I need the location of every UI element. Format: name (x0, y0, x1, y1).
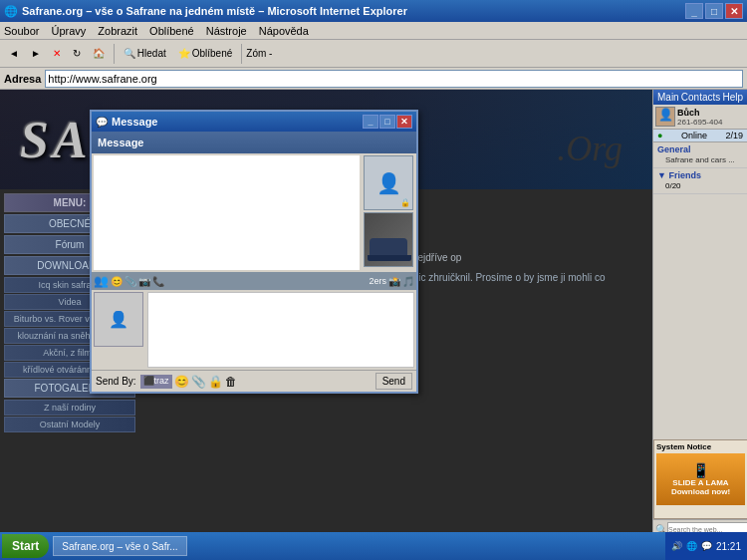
back-button[interactable]: ◄ (4, 45, 24, 62)
system-notice: System Notice 📱 SLIDE A LAMA Download no… (653, 439, 747, 519)
search-label: Hledat (137, 48, 166, 59)
footer-lock-icon[interactable]: 🔒 (208, 375, 223, 389)
forward-icon: ► (31, 48, 41, 59)
msn-contact-1[interactable]: Safrane and cars ... (657, 154, 743, 165)
dialog-title-icon: 💬 (96, 117, 108, 128)
sidebar-item-znasi[interactable]: Z naší rodiny (4, 400, 135, 416)
dialog-maximize-button[interactable]: □ (379, 115, 395, 129)
tray-icon-sound: 🔊 (671, 541, 682, 551)
message-input-area[interactable] (147, 292, 414, 368)
dialog-content: 👤 🔒 (92, 153, 416, 272)
refresh-button[interactable]: ↻ (68, 45, 86, 62)
msn-header: Main Contacts Help (653, 90, 747, 105)
start-button[interactable]: Start (2, 534, 49, 558)
main-area: SAFRANE .Org MENU: OBECNÉ Fórum DOWNLOAD… (0, 90, 747, 538)
user-avatar-2: 👤 (94, 292, 143, 347)
download-ad-text: SLIDE A LAMA Download now! (656, 478, 745, 496)
taskbar-clock: 21:21 (716, 541, 741, 552)
address-input[interactable] (45, 70, 743, 88)
forward-button[interactable]: ► (26, 45, 46, 62)
msn-user-number: 261-695-404 (677, 118, 722, 127)
website-content: SAFRANE .Org MENU: OBECNÉ Fórum DOWNLOAD… (0, 90, 652, 538)
ie-title-icon: 🌐 (4, 5, 18, 18)
camera-icon: 📷 (138, 276, 150, 287)
menu-tools[interactable]: Nástroje (206, 25, 247, 37)
sidebar-item-ostatni[interactable]: Ostatní Modely (4, 417, 135, 432)
msn-general-title[interactable]: General (657, 144, 743, 154)
search-icon: 🔍 (124, 48, 135, 59)
msn-count: 2/19 (725, 131, 743, 140)
msn-friends-title[interactable]: ▼ Friends (657, 170, 743, 180)
stop-icon: ✕ (53, 48, 61, 59)
minimize-button[interactable]: _ (685, 3, 703, 19)
extra-icon-2: 🎵 (402, 276, 414, 287)
taskbar-ie-window[interactable]: Safrane.org – vše o Safr... (53, 536, 186, 556)
chat-fog (94, 201, 360, 270)
send-by-label: Send By: (96, 376, 136, 387)
favorites-button[interactable]: ⭐ Oblíbené (173, 45, 238, 62)
footer-icons: ⬛traz 😊 📎 🔒 🗑 (140, 375, 237, 389)
zer-icon: 2ers (369, 276, 386, 286)
favorites-icon: ⭐ (178, 48, 190, 59)
msn-user-avatar: 👤 (655, 107, 675, 127)
address-label: Adresa (4, 73, 41, 85)
msn-tab-contacts[interactable]: Contacts (681, 92, 720, 103)
home-icon: 🏠 (93, 48, 105, 59)
msn-group-general: General Safrane and cars ... (653, 142, 747, 168)
close-button[interactable]: ✕ (725, 3, 743, 19)
search-button[interactable]: 🔍 Hledat (119, 45, 171, 62)
menu-favorites[interactable]: Oblíbené (149, 25, 194, 37)
ie-menubar: Soubor Úpravy Zobrazit Oblíbené Nástroje… (0, 22, 747, 40)
home-button[interactable]: 🏠 (88, 45, 110, 62)
download-ad[interactable]: 📱 SLIDE A LAMA Download now! (656, 453, 745, 505)
toolbar-separator2 (241, 44, 242, 64)
msn-status-bar: ● Online 2/19 (653, 130, 747, 142)
tray-icon-network: 🌐 (686, 541, 697, 551)
msn-status-dot: ● (657, 131, 662, 140)
footer-clip-icon[interactable]: 📎 (191, 375, 206, 389)
dialog-header-text: Message (98, 137, 143, 148)
taskbar: Start Safrane.org – vše o Safr... 🔊 🌐 💬 … (0, 532, 747, 560)
back-icon: ◄ (9, 48, 19, 59)
extra-icon-1: 📸 (388, 276, 400, 287)
car-image (364, 212, 413, 267)
footer-emoji-icon[interactable]: 😊 (174, 375, 189, 389)
dialog-title-text: Message (112, 116, 362, 128)
site-logo-org: .Org (557, 128, 622, 169)
phone-icon: 📞 (152, 276, 164, 287)
footer-icon-xtraz[interactable]: ⬛traz (140, 375, 172, 389)
taskbar-tray: 🔊 🌐 💬 21:21 (665, 532, 747, 560)
stop-button[interactable]: ✕ (48, 45, 66, 62)
chat-display-area (94, 155, 360, 270)
dialog-side-area: 👤 🔒 (362, 153, 416, 272)
send-button[interactable]: Send (375, 373, 412, 390)
msn-tab-main[interactable]: Main (657, 92, 679, 103)
menu-help[interactable]: Nápověda (259, 25, 309, 37)
favorites-label: Oblíbené (192, 48, 233, 59)
lock-icon: 🔒 (400, 198, 410, 207)
msn-tab-help[interactable]: Help (722, 92, 743, 103)
car-body (368, 255, 411, 261)
dialog-icons-row: 👥 😊 📎 📷 📞 2ers 📸 🎵 (92, 272, 416, 290)
ie-toolbar: ◄ ► ✕ ↻ 🏠 🔍 Hledat ⭐ Oblíbené Zóm - (0, 40, 747, 68)
dialog-titlebar: 💬 Message _ □ ✕ (92, 112, 416, 132)
msn-friends-count: 0/20 (657, 180, 743, 191)
dialog-body: 👤 🔒 👥 😊 📎 📷 📞 (92, 153, 416, 392)
dialog-close-button[interactable]: ✕ (396, 115, 412, 129)
footer-trash-icon[interactable]: 🗑 (225, 375, 237, 389)
dialog-minimize-button[interactable]: _ (363, 115, 378, 129)
zoom-label: Zóm - (246, 48, 272, 59)
ie-addressbar: Adresa (0, 68, 747, 90)
attach-icon: 📎 (124, 276, 136, 287)
maximize-button[interactable]: □ (705, 3, 723, 19)
msn-panel: Main Contacts Help 👤 Bůch 261-695-404 ● … (652, 90, 747, 538)
msn-group-friends: ▼ Friends 0/20 (653, 168, 747, 194)
menu-view[interactable]: Zobrazit (98, 25, 137, 37)
msn-user-area: 👤 Bůch 261-695-404 (653, 105, 747, 130)
menu-file[interactable]: Soubor (4, 25, 39, 37)
ie-title-buttons: _ □ ✕ (685, 3, 743, 19)
msn-status-text: Online (681, 131, 707, 140)
message-dialog: 💬 Message _ □ ✕ Message 👤 (90, 110, 418, 394)
dialog-header: Message (92, 132, 416, 153)
menu-edit[interactable]: Úpravy (51, 25, 86, 37)
